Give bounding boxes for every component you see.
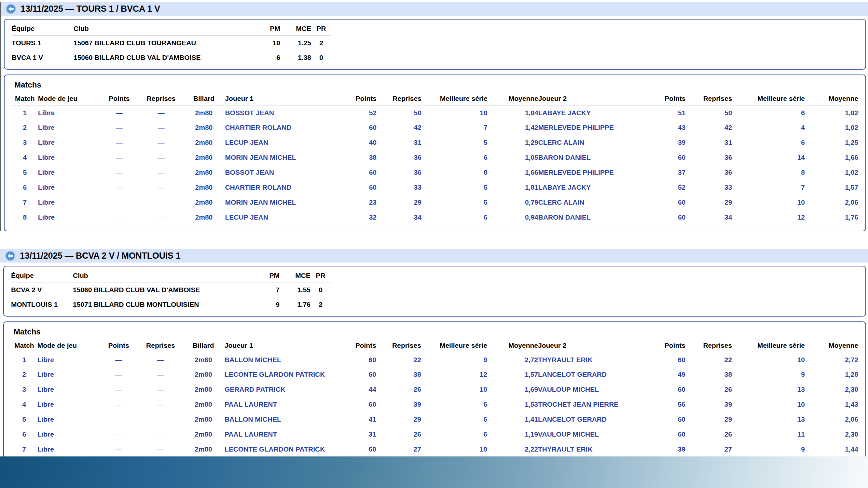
match-cell-7: 33 [377, 180, 422, 195]
match-cell-12: 38 [685, 367, 732, 382]
match-cell-7: 42 [377, 120, 422, 135]
match-cell-13: 6 [732, 105, 805, 120]
match-row: 7Libre——2m80LECONTE GLARDON PATRICK60271… [11, 442, 858, 457]
match-cell-2: — [98, 352, 139, 367]
match-cell-4: 2m80 [182, 442, 224, 457]
match-cell-0: 3 [12, 135, 38, 150]
match-cell-14: 2,72 [805, 352, 858, 367]
match-cell-11: 52 [660, 180, 685, 195]
match-cell-13: 9 [732, 442, 805, 457]
match-row: 8Libre——2m80LECUP JEAN323460,94BARON DAN… [12, 210, 858, 225]
team-cell-2: 7 [255, 282, 280, 297]
match-cell-0: 2 [12, 120, 38, 135]
team-cell-0: TOURS 1 [12, 35, 73, 50]
match-cell-13: 4 [732, 120, 805, 135]
match-col-header-1: Mode de jeu [37, 340, 98, 352]
match-cell-9: 1,81 [488, 180, 538, 195]
match-cell-7: 50 [377, 105, 422, 120]
match-col-header-12: Reprises [685, 93, 732, 105]
match-cell-1: Libre [37, 382, 98, 397]
match-cell-3: — [140, 150, 183, 165]
match-cell-0: 4 [12, 150, 38, 165]
match-cell-10: MERLEVEDE PHILIPPE [538, 120, 660, 135]
team-cell-2: 9 [255, 297, 280, 312]
teams-table: ÉquipeClubPMMCEPR BCVA 2 V15060 BILLARD … [11, 270, 331, 312]
section-match-1: 13/11/2025 — TOURS 1 / BVCA 1 V ÉquipeCl… [0, 2, 868, 231]
match-cell-13: 10 [732, 352, 805, 367]
match-cell-6: 41 [347, 412, 376, 427]
match-cell-0: 1 [12, 105, 38, 120]
match-cell-4: 2m80 [182, 367, 224, 382]
match-cell-1: Libre [37, 367, 98, 382]
match-cell-11: 60 [660, 210, 685, 225]
match-cell-0: 7 [12, 195, 38, 210]
match-cell-4: 2m80 [182, 397, 224, 412]
match-cell-8: 6 [422, 210, 488, 225]
match-row: 1Libre——2m80BALLON MICHEL602292,72THYRAU… [11, 352, 858, 367]
match-cell-6: 31 [347, 427, 376, 442]
team-cell-1: 15060 BILLARD CLUB VAL D'AMBOISE [73, 50, 256, 65]
match-cell-7: 34 [377, 210, 422, 225]
match-cell-10: LABAYE JACKY [538, 180, 660, 195]
match-cell-8: 6 [422, 150, 488, 165]
match-cell-10: LANCELOT GERARD [538, 412, 660, 427]
match-col-header-8: Meilleure série [422, 93, 488, 105]
match-cell-3: — [140, 120, 183, 135]
match-cell-2: — [98, 427, 139, 442]
section-title: 13/11/2025 — TOURS 1 / BVCA 1 V [21, 4, 160, 14]
match-cell-1: Libre [38, 135, 99, 150]
match-cell-10: BARON DANIEL [538, 210, 660, 225]
match-cell-6: 52 [348, 105, 377, 120]
team-col-header-4: PR [311, 23, 331, 35]
match-cell-10: VAULOUP MICHEL [538, 427, 660, 442]
match-col-header-4: Billard [182, 340, 224, 352]
match-cell-3: — [140, 105, 183, 120]
team-col-header-2: PM [256, 23, 280, 35]
team-cell-4: 0 [310, 282, 331, 297]
matches-box: Matchs MatchMode de jeuPointsReprisesBil… [3, 321, 866, 478]
section-header-bar: 13/11/2025 — TOURS 1 / BVCA 1 V [1, 2, 868, 15]
match-cell-9: 1,57 [487, 367, 538, 382]
match-cell-12: 29 [685, 412, 732, 427]
match-cell-4: 2m80 [182, 412, 224, 427]
match-cell-12: 50 [685, 105, 732, 120]
match-cell-5: MORIN JEAN MICHEL [225, 150, 348, 165]
match-col-header-9: Moyenne [487, 340, 538, 352]
match-cell-0: 5 [11, 412, 37, 427]
match-col-header-10: Joueur 2 [538, 340, 660, 352]
match-cell-7: 31 [377, 135, 422, 150]
section-match-2: 13/11/2025 — BCVA 2 V / MONTLOUIS 1 Équi… [0, 249, 868, 478]
team-cell-1: 15060 BILLARD CLUB VAL D'AMBOISE [73, 282, 255, 297]
match-cell-9: 2,22 [487, 442, 538, 457]
match-cell-9: 1,19 [487, 427, 538, 442]
match-cell-9: 0,94 [488, 210, 538, 225]
match-cell-3: — [140, 180, 183, 195]
match-cell-3: — [139, 412, 182, 427]
team-cell-2: 6 [256, 50, 280, 65]
match-col-header-12: Reprises [685, 340, 732, 352]
back-icon[interactable] [5, 251, 15, 261]
match-cell-3: — [139, 442, 182, 457]
match-cell-4: 2m80 [183, 150, 225, 165]
match-row: 6Libre——2m80CHARTIER ROLAND603351,81LABA… [12, 180, 858, 195]
match-cell-11: 49 [660, 367, 685, 382]
match-row: 5Libre——2m80BOSSOT JEAN603681,66MERLEVED… [12, 165, 858, 180]
back-icon[interactable] [6, 4, 16, 14]
match-cell-4: 2m80 [182, 382, 224, 397]
match-cell-1: Libre [37, 442, 98, 457]
match-col-header-1: Mode de jeu [38, 93, 99, 105]
match-cell-1: Libre [38, 210, 99, 225]
match-cell-14: 1,02 [805, 120, 858, 135]
match-cell-12: 22 [685, 352, 732, 367]
match-cell-4: 2m80 [183, 165, 225, 180]
match-cell-5: CHARTIER ROLAND [225, 120, 348, 135]
match-cell-11: 37 [660, 165, 685, 180]
match-cell-7: 29 [376, 412, 421, 427]
match-col-header-3: Reprises [139, 340, 182, 352]
match-col-header-0: Match [11, 340, 37, 352]
matches-table: MatchMode de jeuPointsReprisesBillardJou… [11, 340, 858, 472]
team-cell-2: 10 [256, 35, 280, 50]
match-cell-5: LECUP JEAN [225, 210, 348, 225]
match-cell-8: 10 [421, 442, 487, 457]
match-cell-0: 5 [12, 165, 38, 180]
